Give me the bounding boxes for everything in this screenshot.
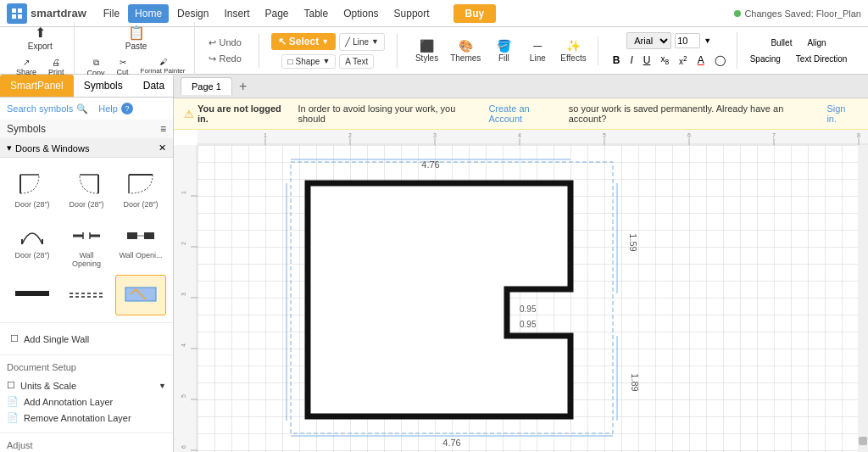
menu-bar: File Home Design Insert Page Table Optio… — [97, 4, 437, 23]
toolbar-export-group: ⬆ Export ↗ Share 🖨 Print — [7, 22, 75, 79]
svg-rect-0 — [12, 8, 16, 13]
banner-message-2: so your work is saved permanently. Alrea… — [569, 103, 824, 124]
add-annotation-item[interactable]: 📄 Add Annotation Layer — [7, 393, 166, 410]
subscript-button[interactable]: x8 — [656, 53, 673, 68]
symbol-wall-dashed[interactable] — [61, 275, 112, 315]
select-button[interactable]: ↖ Select ▼ — [271, 33, 336, 50]
menu-support[interactable]: Support — [387, 4, 437, 23]
paste-icon: 📋 — [128, 25, 145, 41]
menu-table[interactable]: Table — [298, 4, 336, 23]
text-button[interactable]: A Text — [339, 54, 374, 69]
page-tab-1[interactable]: Page 1 — [181, 77, 232, 95]
symbol-door-arc-left[interactable]: Door (28") — [7, 165, 58, 212]
font-size-input[interactable] — [675, 33, 700, 48]
app-logo[interactable]: smartdraw — [7, 3, 86, 24]
svg-text:4: 4 — [518, 132, 521, 138]
symbols-grid: Door (28") Door (28") — [0, 158, 173, 322]
remove-annotation-item[interactable]: 📄 Remove Annotation Layer — [7, 410, 166, 426]
themes-button[interactable]: 🎨 Themes — [446, 36, 485, 65]
svg-text:8: 8 — [857, 132, 860, 138]
canvas-grid[interactable]: 4.76 4.76 4.76 1.59 1.89 — [198, 145, 868, 452]
symbol-wall-opening2[interactable]: Wall Openi... — [115, 215, 166, 271]
scrollbar-thumb[interactable] — [859, 437, 867, 445]
menu-home[interactable]: Home — [128, 4, 169, 23]
underline-button[interactable]: U — [639, 53, 655, 68]
menu-file[interactable]: File — [97, 4, 126, 23]
bold-button[interactable]: B — [609, 53, 625, 68]
line-label: Line — [353, 37, 369, 47]
toolbar-sep-2 — [397, 34, 398, 68]
add-single-wall-button[interactable]: ☐ Add Single Wall — [7, 330, 166, 348]
align-button[interactable]: Align — [803, 36, 830, 49]
drawing-canvas[interactable]: 1 2 3 4 5 6 7 8 — [174, 130, 868, 452]
doc-setup-title: Document Setup — [7, 362, 166, 372]
paste-button[interactable]: 📋 Paste — [121, 22, 152, 53]
redo-button[interactable]: ↪ Redo — [203, 52, 246, 66]
bullet-button[interactable]: Bullet — [766, 36, 796, 49]
add-annotation-icon: 📄 — [7, 396, 19, 407]
floor-plan-svg[interactable]: 4.76 4.76 4.76 1.59 1.89 — [282, 158, 706, 452]
units-scale-dropdown-icon: ▼ — [159, 382, 166, 390]
toolbar-select-group: ↖ Select ▼ ╱ Line ▼ □ Shape ▼ A Text — [266, 33, 390, 69]
svg-text:1: 1 — [264, 132, 267, 138]
units-scale-item[interactable]: ☐ Units & Scale ▼ — [7, 377, 166, 393]
category-close-icon[interactable]: ✕ — [159, 142, 166, 153]
effects-button[interactable]: ✨ Effects — [556, 36, 590, 65]
font-color-button[interactable]: A — [693, 53, 709, 68]
shape-button[interactable]: □ Shape ▼ — [281, 54, 336, 69]
undo-button[interactable]: ↩ Undo — [203, 36, 246, 50]
add-annotation-label: Add Annotation Layer — [24, 397, 113, 407]
add-page-button[interactable]: + — [236, 79, 250, 94]
select-dropdown-icon: ▼ — [321, 37, 329, 46]
text-direction-button[interactable]: Text Direction — [792, 53, 852, 65]
shape-icon: □ — [287, 57, 292, 66]
svg-text:7: 7 — [772, 132, 776, 138]
line2-button[interactable]: ─ Line — [522, 36, 553, 65]
symbol-door-arc-right[interactable]: Door (28") — [61, 165, 112, 212]
font-family-select[interactable]: Arial — [626, 32, 671, 49]
wall-opening2-shape — [122, 219, 159, 249]
units-scale-label: Units & Scale — [20, 381, 76, 391]
menu-insert[interactable]: Insert — [217, 4, 256, 23]
search-symbols-area: Search symbols 🔍 Help ? — [0, 98, 173, 120]
print-icon: 🖨 — [52, 58, 60, 67]
sign-in-link[interactable]: Sign in. — [826, 103, 858, 124]
horizontal-ruler: 1 2 3 4 5 6 7 8 — [198, 130, 868, 145]
font-shape-button[interactable]: ◯ — [710, 53, 730, 68]
symbol-label-5: Wall Openi... — [119, 251, 162, 259]
styles-label: Styles — [415, 53, 438, 63]
superscript-button[interactable]: x2 — [675, 53, 692, 68]
vertical-scrollbar[interactable] — [858, 145, 868, 452]
symbol-wall-solid[interactable] — [7, 275, 58, 315]
symbol-door-arc-down[interactable]: Door (28") — [115, 165, 166, 212]
svg-rect-23 — [198, 130, 868, 145]
line-button[interactable]: ╱ Line ▼ — [339, 33, 385, 51]
not-logged-in-text: You are not logged in. — [198, 103, 294, 124]
search-symbols-link[interactable]: Search symbols — [7, 103, 73, 114]
styles-button[interactable]: ⬛ Styles — [411, 36, 442, 65]
format-painter-icon: 🖌 — [159, 58, 167, 66]
symbols-category[interactable]: ▾ Doors & Windows ✕ — [0, 139, 173, 158]
fill-button[interactable]: 🪣 Fill — [488, 36, 519, 65]
help-link[interactable]: Help — [98, 103, 118, 114]
menu-page[interactable]: Page — [258, 4, 295, 23]
tab-smartpanel[interactable]: SmartPanel — [0, 75, 74, 97]
symbols-menu-icon[interactable]: ≡ — [160, 123, 166, 135]
create-account-link[interactable]: Create an Account — [488, 103, 565, 124]
menu-design[interactable]: Design — [170, 4, 215, 23]
tab-symbols[interactable]: Symbols — [74, 75, 133, 97]
spacing-button[interactable]: Spacing — [746, 53, 785, 65]
symbol-wall-selected[interactable] — [115, 275, 166, 315]
line-dropdown-icon: ▼ — [371, 37, 379, 46]
symbol-wall-opening[interactable]: Wall Opening — [61, 215, 112, 271]
export-button[interactable]: ⬆ Export — [24, 22, 57, 53]
symbol-door-arc-up[interactable]: Door (28") — [7, 215, 58, 271]
italic-button[interactable]: I — [626, 53, 637, 68]
menu-options[interactable]: Options — [337, 4, 385, 23]
add-wall-label: Add Single Wall — [24, 334, 89, 344]
line2-icon: ─ — [533, 39, 542, 53]
buy-button[interactable]: Buy — [453, 4, 497, 23]
tab-data[interactable]: Data — [133, 75, 174, 97]
adjust-section: Adjust — [0, 432, 173, 452]
adjust-label: Adjust — [7, 440, 33, 450]
